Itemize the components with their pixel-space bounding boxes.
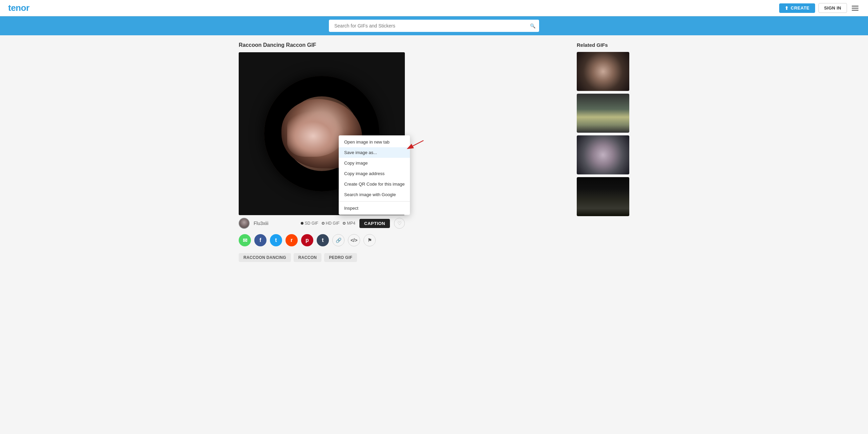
- share-row: ✉ f t r p t 🔗 </> ⚑: [239, 234, 569, 246]
- share-message-button[interactable]: ✉: [239, 234, 251, 246]
- share-reddit-button[interactable]: r: [285, 234, 298, 246]
- context-menu-item[interactable]: Open image in new tab: [339, 137, 410, 147]
- share-link-button[interactable]: 🔗: [332, 234, 344, 246]
- search-input[interactable]: [329, 20, 539, 32]
- menu-bar: [852, 10, 859, 11]
- format-options: SD GIF HD GIF MP4: [301, 221, 355, 226]
- related-gif-3[interactable]: [577, 135, 629, 174]
- left-content: Raccoon Dancing Raccon GIF Open image in…: [239, 42, 569, 262]
- share-pinterest-button[interactable]: p: [301, 234, 313, 246]
- tags-row: RACCOON DANCING RACCON PEDRO GIF: [239, 253, 569, 262]
- caption-button[interactable]: CAPTION: [359, 219, 390, 228]
- gif-info-bar: Flu3xiii SD GIF HD GIF MP4 CAPTION ♡: [239, 218, 405, 229]
- sd-dot: [301, 222, 303, 225]
- share-tumblr-button[interactable]: t: [317, 234, 329, 246]
- related-gif-4[interactable]: [577, 177, 629, 216]
- context-menu-item[interactable]: Create QR Code for this image: [339, 179, 410, 189]
- signin-button[interactable]: SIGN IN: [818, 3, 847, 13]
- gif-container: Open image in new tabSave image as...Cop…: [239, 52, 405, 215]
- context-menu-item[interactable]: Inspect: [339, 203, 410, 213]
- hd-dot: [322, 222, 324, 225]
- context-menu-divider: [339, 201, 410, 202]
- username[interactable]: Flu3xiii: [254, 221, 297, 226]
- heart-icon: ♡: [397, 221, 402, 226]
- share-twitter-button[interactable]: t: [270, 234, 282, 246]
- share-facebook-button[interactable]: f: [254, 234, 267, 246]
- context-menu-item[interactable]: Save image as...: [339, 147, 410, 158]
- page-title: Raccoon Dancing Raccon GIF: [239, 42, 569, 48]
- header-right: ⬆ CREATE SIGN IN: [779, 3, 860, 13]
- context-menu: Open image in new tabSave image as...Cop…: [339, 135, 410, 215]
- context-menu-item[interactable]: Copy image: [339, 158, 410, 168]
- context-menu-item[interactable]: Search image with Google: [339, 189, 410, 200]
- search-icon-button[interactable]: 🔍: [530, 23, 536, 29]
- avatar-image: [239, 219, 249, 228]
- share-embed-button[interactable]: </>: [348, 234, 360, 246]
- header: tenor ⬆ CREATE SIGN IN: [0, 0, 868, 16]
- svg-line-1: [408, 140, 423, 148]
- search-container: 🔍: [329, 20, 539, 32]
- share-flag-button[interactable]: ⚑: [363, 234, 376, 246]
- menu-bar: [852, 8, 859, 8]
- mp4-dot: [343, 222, 346, 225]
- related-gif-1[interactable]: [577, 52, 629, 91]
- tag-raccon[interactable]: RACCON: [294, 253, 321, 262]
- tag-pedro-gif[interactable]: PEDRO GIF: [324, 253, 357, 262]
- context-menu-item[interactable]: Copy image address: [339, 168, 410, 179]
- heart-button[interactable]: ♡: [394, 218, 405, 229]
- menu-button[interactable]: [850, 4, 860, 12]
- related-gif-2[interactable]: [577, 94, 629, 133]
- sd-gif-option[interactable]: SD GIF: [301, 221, 318, 226]
- mp4-option[interactable]: MP4: [343, 221, 355, 226]
- main-content: Raccoon Dancing Raccon GIF Open image in…: [231, 35, 637, 269]
- right-sidebar: Related GIFs: [577, 42, 629, 262]
- search-bar: 🔍: [0, 16, 868, 35]
- upload-icon: ⬆: [785, 5, 789, 11]
- search-icon: 🔍: [530, 23, 536, 29]
- logo[interactable]: tenor: [8, 3, 29, 13]
- create-button[interactable]: ⬆ CREATE: [779, 3, 815, 13]
- user-avatar[interactable]: [239, 218, 250, 229]
- hd-gif-option[interactable]: HD GIF: [322, 221, 340, 226]
- menu-bar: [852, 6, 859, 6]
- related-gifs-title: Related GIFs: [577, 42, 629, 48]
- tag-raccoon-dancing[interactable]: RACCOON DANCING: [239, 253, 291, 262]
